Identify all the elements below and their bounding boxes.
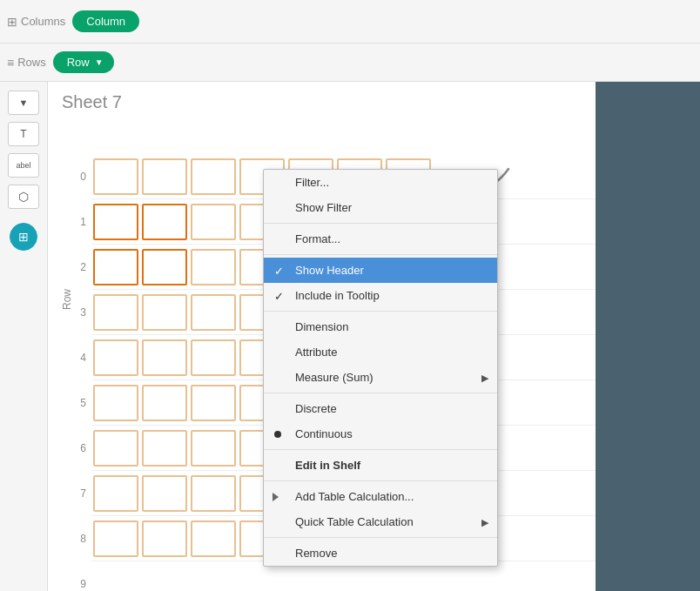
rows-label: Rows — [17, 56, 46, 69]
separator-5 — [264, 449, 497, 450]
row-label-2: 2 — [80, 245, 86, 290]
row-label-3: 3 — [80, 290, 86, 335]
grid-cell — [93, 339, 138, 376]
discrete-label: Discrete — [295, 402, 337, 415]
submenu-arrow-quick-table: ▶ — [481, 516, 488, 527]
teal-btn[interactable]: ⊞ — [10, 223, 37, 251]
add-table-calc-label: Add Table Calculation... — [295, 490, 414, 503]
format-label: Format... — [295, 232, 340, 245]
grid-cell — [93, 249, 138, 285]
grid-cell — [142, 204, 187, 240]
row-label-8: 8 — [80, 516, 86, 561]
menu-item-filter[interactable]: Filter... — [264, 170, 497, 195]
grid-cell — [191, 385, 236, 421]
menu-item-continuous[interactable]: Continuous — [264, 421, 497, 447]
row-label-6: 6 — [80, 426, 86, 471]
row-label-5: 5 — [80, 380, 86, 426]
menu-item-remove[interactable]: Remove — [264, 541, 497, 566]
grid-cell — [93, 294, 138, 331]
menu-item-quick-table-calc[interactable]: Quick Table Calculation ▶ — [264, 509, 497, 534]
row-labels: 0 1 2 3 4 5 6 7 8 9 — [48, 154, 91, 591]
sheet-area: Sheet 7 Row 0 1 2 3 4 5 6 7 8 9 — [48, 82, 596, 591]
menu-item-attribute[interactable]: Attribute — [264, 339, 497, 365]
grid-cell — [191, 520, 236, 557]
menu-item-include-tooltip[interactable]: ✓ Include in Tooltip — [264, 283, 497, 308]
grid-cell — [142, 385, 187, 421]
grid-cell — [142, 430, 187, 467]
dot-icon-continuous — [274, 431, 281, 438]
quick-table-calc-label: Quick Table Calculation — [295, 515, 414, 528]
grid-cell — [93, 430, 138, 467]
menu-item-show-header[interactable]: ✓ Show Header — [264, 258, 497, 283]
row-label-7: 7 — [80, 471, 86, 516]
menu-item-edit-shelf[interactable]: Edit in Shelf — [264, 453, 497, 478]
main-area: ▼ T abel ⬡ ⊞ Sheet 7 Row 0 1 2 3 4 5 6 7… — [0, 82, 700, 591]
grid-cell — [142, 339, 187, 376]
grid-cell — [191, 158, 236, 195]
row-label-0: 0 — [80, 154, 86, 199]
grid-cell — [142, 475, 187, 512]
grid-cell — [142, 520, 187, 557]
rows-label-group: ≡ Rows — [7, 56, 46, 70]
triangle-icon — [273, 493, 279, 501]
include-tooltip-label: Include in Tooltip — [295, 289, 380, 302]
grid-cell — [93, 520, 138, 557]
column-pill[interactable]: Column — [72, 10, 139, 32]
grid-cell — [191, 339, 236, 376]
row-label-4: 4 — [80, 335, 86, 380]
grid-cell — [93, 385, 138, 421]
rows-toolbar: ≡ Rows Row ▼ — [0, 44, 700, 82]
filter-label: Filter... — [295, 176, 329, 189]
check-icon-tooltip: ✓ — [274, 289, 284, 302]
check-icon-show-header: ✓ — [274, 264, 284, 277]
separator-2 — [264, 254, 497, 255]
submenu-arrow-measure: ▶ — [481, 372, 488, 383]
columns-toolbar: ⊞ Columns Column — [0, 0, 700, 44]
measure-label: Measure (Sum) — [295, 371, 374, 384]
grid-cell — [93, 204, 138, 240]
t-label-btn[interactable]: T — [8, 122, 39, 146]
right-panel — [596, 82, 700, 591]
rows-icon: ≡ — [7, 56, 14, 70]
grid-cell — [191, 249, 236, 285]
edit-shelf-label: Edit in Shelf — [295, 459, 360, 472]
grid-cell — [142, 249, 187, 285]
grid-cell — [93, 475, 138, 512]
row-pill-arrow: ▼ — [95, 57, 104, 67]
grid-cell — [142, 294, 187, 331]
grid-cell — [191, 204, 236, 240]
menu-item-add-table-calc[interactable]: Add Table Calculation... — [264, 484, 497, 509]
menu-item-measure[interactable]: Measure (Sum) ▶ — [264, 365, 497, 390]
show-filter-label: Show Filter — [295, 201, 352, 214]
columns-label: Columns — [21, 15, 65, 28]
show-header-label: Show Header — [295, 264, 364, 277]
dimension-label: Dimension — [295, 320, 348, 333]
row-label-9: 9 — [80, 561, 86, 591]
separator-1 — [264, 223, 497, 224]
columns-label-group: ⊞ Columns — [7, 15, 65, 29]
sheet-title: Sheet 7 — [48, 82, 596, 119]
dropdown-btn[interactable]: ▼ — [8, 91, 39, 115]
menu-item-discrete[interactable]: Discrete — [264, 396, 497, 421]
context-menu: Filter... Show Filter Format... ✓ Show H… — [263, 169, 498, 567]
columns-icon: ⊞ — [7, 15, 17, 29]
shape-btn[interactable]: ⬡ — [8, 185, 39, 209]
separator-4 — [264, 393, 497, 393]
label-btn[interactable]: abel — [8, 153, 39, 178]
row-pill[interactable]: Row ▼ — [53, 51, 114, 73]
left-sidebar: ▼ T abel ⬡ ⊞ — [0, 82, 48, 591]
separator-6 — [264, 480, 497, 481]
menu-item-dimension[interactable]: Dimension — [264, 314, 497, 339]
grid-cell — [142, 158, 187, 195]
attribute-label: Attribute — [295, 346, 337, 359]
grid-cell — [93, 158, 138, 195]
menu-item-show-filter[interactable]: Show Filter — [264, 195, 497, 220]
grid-cell — [191, 430, 236, 467]
grid-cell — [191, 475, 236, 512]
separator-7 — [264, 537, 497, 538]
grid-cell — [191, 294, 236, 331]
continuous-label: Continuous — [295, 427, 353, 440]
menu-item-format[interactable]: Format... — [264, 226, 497, 252]
separator-3 — [264, 311, 497, 312]
row-pill-label: Row — [67, 56, 90, 69]
